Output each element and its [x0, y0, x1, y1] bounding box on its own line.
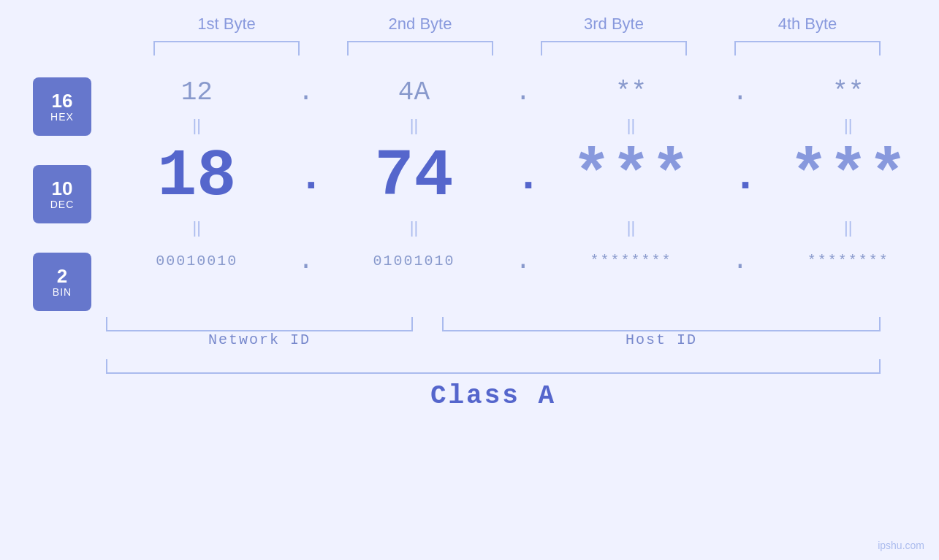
- dec-dot-2: .: [515, 152, 530, 202]
- dec-byte-3: ***: [551, 144, 712, 210]
- byte-header-4: 4th Byte: [734, 15, 881, 34]
- eq2-4: ||: [768, 218, 929, 237]
- byte-header-2: 2nd Byte: [347, 15, 493, 34]
- bin-number: 2: [57, 266, 67, 287]
- byte-header-3: 3rd Byte: [541, 15, 687, 34]
- hex-dot-2: .: [515, 77, 530, 107]
- hex-value-row: 12 . 4A . ** . **: [106, 70, 939, 115]
- bin-byte-2: 01001010: [333, 253, 494, 269]
- hex-badge: 16 HEX: [33, 77, 91, 136]
- bin-dot-2: .: [515, 246, 530, 276]
- top-brackets: [130, 41, 905, 55]
- eq1-3: ||: [551, 116, 712, 135]
- network-id-label: Network ID: [106, 331, 413, 348]
- dec-number: 10: [52, 178, 73, 199]
- hex-dot-3: .: [732, 77, 747, 107]
- hex-byte-3: **: [551, 77, 712, 107]
- dec-byte-4: ***: [768, 144, 929, 210]
- eq2-1: ||: [116, 218, 277, 237]
- eq1-2: ||: [333, 116, 494, 135]
- class-label: Class A: [106, 381, 881, 411]
- hex-number: 16: [52, 91, 73, 112]
- hex-dot-1: .: [298, 77, 313, 107]
- equals-row-2: || || || ||: [106, 217, 939, 239]
- bottom-area: Network ID Host ID Class A: [0, 317, 939, 411]
- bracket-host-id: [442, 317, 881, 331]
- main-container: 1st Byte 2nd Byte 3rd Byte 4th Byte 16 H…: [0, 0, 939, 560]
- dec-byte-2: 74: [333, 144, 494, 210]
- dec-byte-1: 18: [116, 144, 277, 210]
- eq2-2: ||: [333, 218, 494, 237]
- byte-headers-row: 1st Byte 2nd Byte 3rd Byte 4th Byte: [130, 15, 905, 34]
- bin-dot-3: .: [732, 246, 747, 276]
- dec-name: DEC: [50, 199, 75, 210]
- bracket-network-id: [106, 317, 413, 331]
- equals-row-1: || || || ||: [106, 115, 939, 137]
- outer-bracket: [106, 359, 881, 374]
- host-id-label: Host ID: [442, 331, 881, 348]
- small-brackets-row: [106, 317, 881, 331]
- bin-byte-4: ********: [768, 253, 929, 269]
- hex-name: HEX: [50, 111, 74, 123]
- bracket-top-3: [541, 41, 687, 55]
- hex-byte-4: **: [768, 77, 929, 107]
- bin-name: BIN: [53, 286, 72, 298]
- hex-byte-2: 4A: [333, 77, 494, 107]
- bracket-top-4: [734, 41, 881, 55]
- bin-byte-1: 00010010: [116, 253, 277, 269]
- bin-value-row: 00010010 . 01001010 . ******** . *******…: [106, 239, 939, 283]
- dec-dot-1: .: [298, 152, 313, 202]
- bin-badge: 2 BIN: [33, 253, 91, 311]
- byte-header-1: 1st Byte: [153, 15, 300, 34]
- dec-value-row: 18 . 74 . *** . ***: [106, 137, 939, 217]
- rows-area: 16 HEX 10 DEC 2 BIN 12 . 4A . ** . **: [0, 70, 939, 311]
- values-grid: 12 . 4A . ** . ** || || || || 18: [106, 70, 939, 311]
- bin-dot-1: .: [298, 246, 313, 276]
- hex-byte-1: 12: [116, 77, 277, 107]
- dec-badge: 10 DEC: [33, 165, 91, 223]
- eq1-4: ||: [768, 116, 929, 135]
- bracket-top-1: [153, 41, 300, 55]
- eq2-3: ||: [551, 218, 712, 237]
- eq1-1: ||: [116, 116, 277, 135]
- watermark: ipshu.com: [878, 540, 924, 551]
- base-labels: 16 HEX 10 DEC 2 BIN: [0, 70, 106, 311]
- id-labels: Network ID Host ID: [106, 331, 881, 348]
- bin-byte-3: ********: [551, 253, 712, 269]
- dec-dot-3: .: [732, 152, 747, 202]
- bracket-top-2: [347, 41, 493, 55]
